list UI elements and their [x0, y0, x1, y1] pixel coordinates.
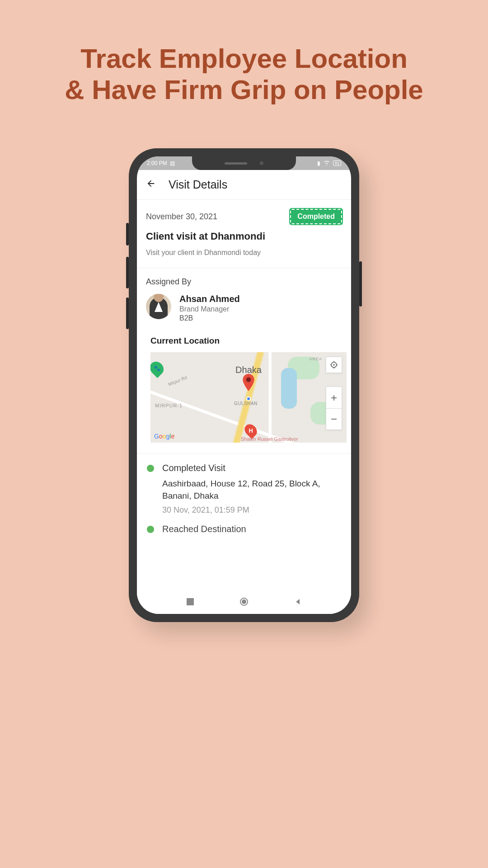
- nav-back-button[interactable]: [294, 598, 301, 607]
- nav-recent-button[interactable]: [187, 598, 194, 607]
- timeline-item: Reached Destination: [146, 524, 342, 534]
- phone-side-button: [126, 257, 129, 288]
- map[interactable]: Dhaka MIRPUR-1 GULSHAN Mirpur Rd Shaikh …: [150, 352, 347, 443]
- timeline-item: Completed Visit Aashirbaad, House 12, Ro…: [146, 463, 342, 515]
- visit-description: Visit your client in Dhanmondi today: [146, 249, 342, 257]
- map-area-label: GULSHAN: [234, 401, 258, 406]
- signal-icon: ▮: [317, 160, 320, 166]
- map-zoom-in-button[interactable]: +: [326, 387, 342, 408]
- map-current-dot: [246, 396, 251, 401]
- map-area-overlay: AREA: [309, 357, 322, 361]
- divider: [137, 453, 351, 454]
- svg-point-5: [242, 599, 246, 604]
- app-header: Visit Details: [137, 170, 351, 200]
- phone-side-button: [126, 297, 129, 329]
- visit-date: November 30, 2021: [146, 212, 217, 222]
- notch-camera: [260, 161, 263, 165]
- phone-mockup: 2:00 PM ▤ ▮ 81 Visit Details November 30…: [129, 148, 359, 622]
- map-locate-button[interactable]: [326, 357, 342, 373]
- visit-title: Client visit at Dhanmondi: [146, 231, 342, 242]
- svg-rect-3: [187, 598, 194, 605]
- phone-side-button: [359, 261, 362, 307]
- headline-line2: & Have Firm Grip on People: [65, 75, 423, 105]
- notification-icon: ▤: [170, 160, 175, 166]
- wifi-icon: [323, 160, 330, 167]
- assigned-person: Ahsan Ahmed Brand Manager B2B: [146, 294, 342, 322]
- timeline-time: 30 Nov, 2021, 01:59 PM: [162, 505, 342, 515]
- phone-side-button: [126, 223, 129, 245]
- timeline-dot-icon: [147, 526, 154, 533]
- nav-home-button[interactable]: [239, 597, 249, 608]
- page-title: Visit Details: [169, 178, 227, 191]
- content-area: November 30, 2021 Completed Client visit…: [137, 200, 351, 534]
- timeline-title: Completed Visit: [162, 463, 342, 473]
- map-pin-icon: [243, 374, 254, 391]
- map-area-label: MIRPUR-1: [155, 403, 183, 408]
- person-role: Brand Manager: [179, 305, 240, 313]
- current-location-label: Current Location: [146, 336, 342, 346]
- map-zoom-out-button[interactable]: −: [326, 408, 342, 430]
- svg-point-0: [246, 377, 251, 382]
- android-nav-bar: [137, 591, 351, 614]
- assigned-by-label: Assigned By: [146, 277, 342, 287]
- back-button[interactable]: [146, 179, 156, 191]
- avatar: [146, 294, 171, 319]
- battery-icon: 81: [333, 160, 341, 166]
- google-logo: Google: [154, 433, 174, 440]
- phone-screen: 2:00 PM ▤ ▮ 81 Visit Details November 30…: [137, 156, 351, 614]
- divider: [137, 268, 351, 268]
- timeline-dot-icon: [147, 465, 154, 472]
- status-badge: Completed: [290, 209, 342, 224]
- phone-notch: [192, 156, 296, 170]
- svg-point-2: [333, 364, 334, 365]
- headline-line1: Track Employee Location: [80, 43, 408, 74]
- marketing-headline: Track Employee Location & Have Firm Grip…: [0, 0, 488, 105]
- map-poi-label: Shaikh Russel Gastrolivor: [241, 436, 298, 442]
- notch-speaker: [225, 162, 247, 165]
- timeline-address: Aashirbaad, House 12, Road 25, Block A, …: [162, 478, 342, 502]
- status-time: 2:00 PM: [147, 160, 167, 166]
- person-department: B2B: [179, 314, 240, 322]
- timeline-title: Reached Destination: [162, 524, 342, 534]
- person-name: Ahsan Ahmed: [179, 294, 240, 304]
